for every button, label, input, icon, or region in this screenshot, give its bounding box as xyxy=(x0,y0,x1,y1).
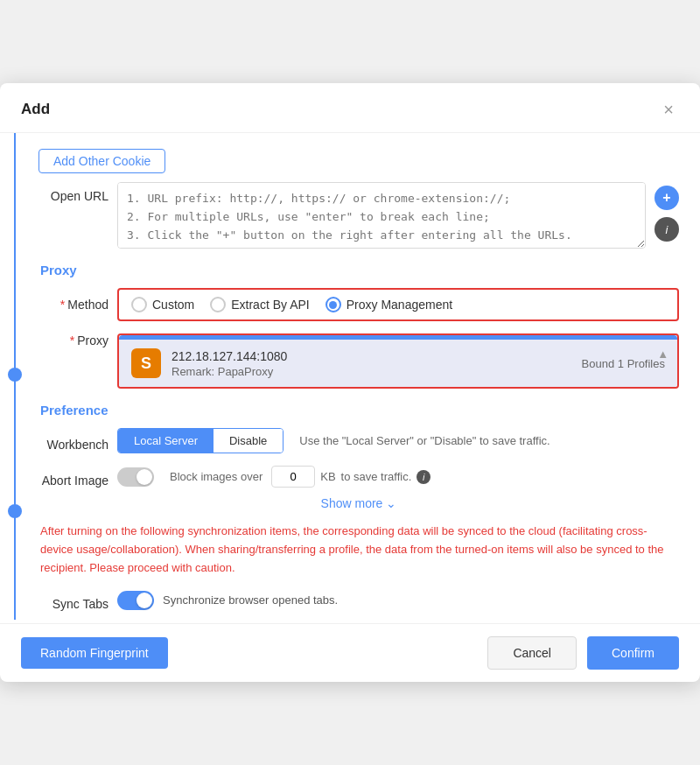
method-radio-group: Custom Extract By API Proxy Management xyxy=(117,288,679,321)
proxy-remark: Remark: PapaProxy xyxy=(172,365,571,378)
radio-proxy-management-label: Proxy Management xyxy=(346,298,452,312)
workbench-local-server-btn[interactable]: Local Server xyxy=(118,429,214,453)
proxy-label-text: Proxy xyxy=(77,333,108,347)
workbench-note: Use the "Local Server" or "Disable" to s… xyxy=(299,434,550,447)
close-button[interactable]: × xyxy=(658,99,679,120)
abort-image-input[interactable] xyxy=(271,466,315,488)
radio-custom[interactable]: Custom xyxy=(131,297,194,312)
method-row: * Method Custom Extract By API xyxy=(38,288,679,321)
sync-tabs-label: Sync Tabs xyxy=(38,590,108,611)
preference-dot xyxy=(8,504,22,518)
proxy-section-header: Proxy xyxy=(38,263,679,277)
abort-image-toggle[interactable] xyxy=(117,467,154,487)
url-info-button[interactable]: i xyxy=(654,217,679,242)
abort-image-toggle-knob xyxy=(136,469,152,485)
preference-section-header: Preference xyxy=(38,403,679,418)
add-dialog: Add × Add Other Cookie Open URL + i xyxy=(0,83,700,681)
show-more-toggle[interactable]: Show more ⌄ xyxy=(38,496,679,510)
add-cookie-section: Add Other Cookie xyxy=(38,133,679,182)
radio-custom-circle xyxy=(131,297,147,312)
open-url-row: Open URL + i xyxy=(38,182,679,249)
open-url-label: Open URL xyxy=(38,182,108,203)
proxy-info: 212.18.127.144:1080 Remark: PapaProxy xyxy=(172,349,571,378)
dialog-header: Add × xyxy=(0,83,700,133)
cancel-button[interactable]: Cancel xyxy=(487,636,577,670)
url-textarea[interactable] xyxy=(117,182,646,249)
dialog-footer: Random Fingerprint Cancel Confirm xyxy=(0,623,700,682)
abort-image-label: Abort Image xyxy=(38,467,108,488)
random-fingerprint-button[interactable]: Random Fingerprint xyxy=(21,637,168,669)
dropdown-arrow-icon: ▲ xyxy=(657,347,668,361)
abort-info-icon[interactable]: i xyxy=(416,470,430,484)
proxy-dot xyxy=(8,368,22,382)
content-area: Add Other Cookie Open URL + i Proxy * Me… xyxy=(30,133,700,619)
confirm-button[interactable]: Confirm xyxy=(587,636,679,670)
add-url-button[interactable]: + xyxy=(654,186,679,210)
radio-extract-api[interactable]: Extract By API xyxy=(210,297,309,312)
add-other-cookie-button[interactable]: Add Other Cookie xyxy=(38,149,165,173)
show-more-label: Show more xyxy=(321,496,383,510)
warning-text: After turning on the following synchroni… xyxy=(38,523,679,577)
sync-tabs-knob xyxy=(136,593,152,608)
radio-proxy-management-circle xyxy=(326,297,341,312)
dialog-body: Add Other Cookie Open URL + i Proxy * Me… xyxy=(0,133,700,619)
radio-custom-label: Custom xyxy=(152,298,194,312)
proxy-field-label: * Proxy xyxy=(38,333,108,347)
radio-proxy-management[interactable]: Proxy Management xyxy=(326,297,452,312)
proxy-dropdown[interactable]: S 212.18.127.144:1080 Remark: PapaProxy … xyxy=(117,333,679,389)
sync-tabs-note: Synchronize browser opened tabs. xyxy=(163,593,338,607)
proxy-row: * Proxy S 212.18.127.144:1080 Remark: Pa… xyxy=(38,333,679,389)
proxy-required-star: * xyxy=(70,333,74,347)
proxy-address: 212.18.127.144:1080 xyxy=(172,349,571,363)
method-required-star: * xyxy=(60,298,65,312)
url-actions: + i xyxy=(654,182,679,242)
proxy-bound: Bound 1 Profiles xyxy=(582,357,665,370)
sync-tabs-toggle[interactable] xyxy=(117,591,154,610)
save-traffic-note: to save traffic. xyxy=(341,470,412,483)
kb-label: KB xyxy=(320,470,335,483)
proxy-icon: S xyxy=(131,348,161,378)
workbench-label: Workbench xyxy=(38,431,108,452)
chevron-down-icon: ⌄ xyxy=(386,496,396,510)
workbench-disable-btn[interactable]: Disable xyxy=(214,429,283,453)
footer-right: Cancel Confirm xyxy=(487,636,679,670)
workbench-buttons: Local Server Disable xyxy=(117,428,284,453)
workbench-row: Workbench Local Server Disable Use the "… xyxy=(38,428,679,453)
dialog-title: Add xyxy=(21,101,50,118)
method-text: Method xyxy=(67,298,108,312)
method-label: * Method xyxy=(38,298,108,312)
sync-tabs-row: Sync Tabs Synchronize browser opened tab… xyxy=(38,590,679,611)
radio-extract-label: Extract By API xyxy=(231,298,309,312)
abort-image-row: Abort Image Block images over KB to save… xyxy=(38,466,679,488)
block-label: Block images over xyxy=(170,470,262,483)
abort-input-wrap: Block images over KB to save traffic. i xyxy=(170,466,430,488)
sidebar xyxy=(0,133,30,619)
proxy-item: S 212.18.127.144:1080 Remark: PapaProxy … xyxy=(119,340,677,387)
radio-extract-circle xyxy=(210,297,226,312)
